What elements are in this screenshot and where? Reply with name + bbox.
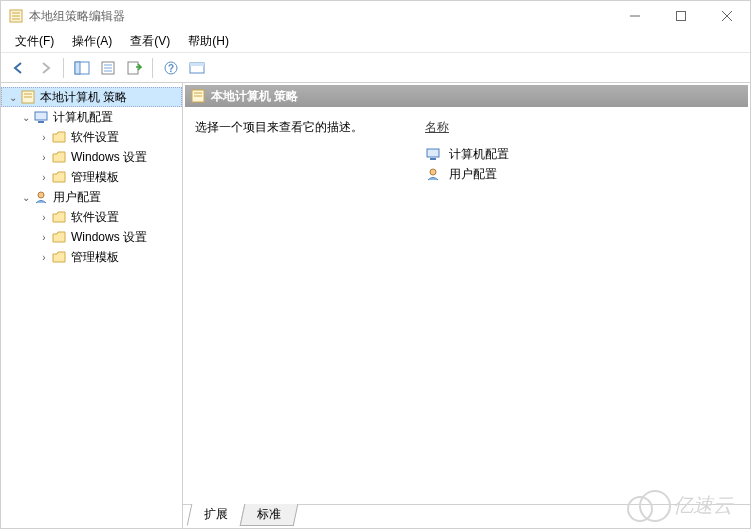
- detail-body: 选择一个项目来查看它的描述。 名称 计算机配置 用户配置: [183, 109, 750, 504]
- tree-computer-config[interactable]: ⌄ 计算机配置: [1, 107, 182, 127]
- chevron-right-icon[interactable]: ›: [37, 150, 51, 164]
- toolbar-separator: [63, 58, 64, 78]
- tree-label: 用户配置: [53, 189, 101, 206]
- tree-user-config[interactable]: ⌄ 用户配置: [1, 187, 182, 207]
- svg-rect-29: [430, 158, 436, 160]
- detail-header: 本地计算机 策略: [185, 85, 748, 107]
- policy-icon: [191, 89, 205, 103]
- maximize-button[interactable]: [658, 1, 704, 31]
- policy-icon: [20, 90, 36, 104]
- tab-standard[interactable]: 标准: [240, 504, 299, 526]
- menu-file[interactable]: 文件(F): [7, 31, 62, 52]
- tab-extended[interactable]: 扩展: [187, 504, 246, 526]
- detail-panel: 本地计算机 策略 选择一个项目来查看它的描述。 名称 计算机配置 用户配: [183, 83, 750, 528]
- chevron-right-icon[interactable]: ›: [37, 170, 51, 184]
- window-controls: [612, 1, 750, 31]
- svg-text:?: ?: [168, 63, 174, 74]
- chevron-down-icon[interactable]: ⌄: [19, 190, 33, 204]
- content-area: ⌄ 本地计算机 策略 ⌄ 计算机配置 › 软件设置 › Windows 设置 ›: [1, 83, 750, 528]
- user-icon: [33, 190, 49, 204]
- computer-icon: [33, 110, 49, 124]
- menu-bar: 文件(F) 操作(A) 查看(V) 帮助(H): [1, 31, 750, 53]
- menu-action[interactable]: 操作(A): [64, 31, 120, 52]
- folder-icon: [51, 230, 67, 244]
- chevron-right-icon[interactable]: ›: [37, 230, 51, 244]
- svg-rect-28: [427, 149, 439, 157]
- tab-strip: 扩展 标准: [183, 504, 750, 528]
- tree-comp-windows[interactable]: › Windows 设置: [1, 147, 182, 167]
- tree-label: 管理模板: [71, 249, 119, 266]
- tree-comp-admin[interactable]: › 管理模板: [1, 167, 182, 187]
- tree-label: 软件设置: [71, 129, 119, 146]
- user-icon: [425, 167, 441, 181]
- menu-help[interactable]: 帮助(H): [180, 31, 237, 52]
- tree-root[interactable]: ⌄ 本地计算机 策略: [1, 87, 182, 107]
- title-bar: 本地组策略编辑器: [1, 1, 750, 31]
- svg-point-24: [38, 192, 44, 198]
- chevron-right-icon[interactable]: ›: [37, 250, 51, 264]
- folder-icon: [51, 210, 67, 224]
- tree-comp-software[interactable]: › 软件设置: [1, 127, 182, 147]
- minimize-button[interactable]: [612, 1, 658, 31]
- folder-icon: [51, 250, 67, 264]
- tree-label: Windows 设置: [71, 229, 147, 246]
- tree-label: 管理模板: [71, 169, 119, 186]
- chevron-down-icon[interactable]: ⌄: [19, 110, 33, 124]
- chevron-down-icon[interactable]: ⌄: [6, 90, 20, 104]
- description-text: 选择一个项目来查看它的描述。: [195, 119, 385, 136]
- close-button[interactable]: [704, 1, 750, 31]
- svg-point-30: [430, 169, 436, 175]
- show-hide-tree-button[interactable]: [70, 56, 94, 80]
- description-column: 选择一个项目来查看它的描述。: [195, 119, 385, 494]
- list-column: 名称 计算机配置 用户配置: [425, 119, 738, 494]
- list-item-user-config[interactable]: 用户配置: [425, 164, 738, 184]
- filter-button[interactable]: [185, 56, 209, 80]
- tree-user-windows[interactable]: › Windows 设置: [1, 227, 182, 247]
- tree-label: 计算机配置: [53, 109, 113, 126]
- tree-user-admin[interactable]: › 管理模板: [1, 247, 182, 267]
- svg-rect-22: [35, 112, 47, 120]
- tree-user-software[interactable]: › 软件设置: [1, 207, 182, 227]
- chevron-right-icon[interactable]: ›: [37, 210, 51, 224]
- tree-label: 本地计算机 策略: [40, 89, 127, 106]
- tree-label: 软件设置: [71, 209, 119, 226]
- toolbar: ?: [1, 53, 750, 83]
- menu-view[interactable]: 查看(V): [122, 31, 178, 52]
- folder-icon: [51, 130, 67, 144]
- tree-panel[interactable]: ⌄ 本地计算机 策略 ⌄ 计算机配置 › 软件设置 › Windows 设置 ›: [1, 83, 183, 528]
- export-button[interactable]: [122, 56, 146, 80]
- chevron-right-icon[interactable]: ›: [37, 130, 51, 144]
- window-title: 本地组策略编辑器: [29, 8, 612, 25]
- computer-icon: [425, 147, 441, 161]
- list-item-label: 计算机配置: [449, 146, 509, 163]
- tree-label: Windows 设置: [71, 149, 147, 166]
- list-item-computer-config[interactable]: 计算机配置: [425, 144, 738, 164]
- svg-rect-18: [190, 63, 204, 66]
- svg-rect-23: [38, 121, 44, 123]
- help-button[interactable]: ?: [159, 56, 183, 80]
- svg-rect-9: [75, 62, 80, 74]
- app-icon: [9, 9, 23, 23]
- list-item-label: 用户配置: [449, 166, 497, 183]
- svg-rect-5: [677, 12, 686, 21]
- forward-button[interactable]: [33, 56, 57, 80]
- properties-button[interactable]: [96, 56, 120, 80]
- name-column-header[interactable]: 名称: [425, 119, 738, 136]
- folder-icon: [51, 170, 67, 184]
- svg-rect-14: [128, 62, 138, 74]
- detail-header-title: 本地计算机 策略: [211, 88, 298, 105]
- toolbar-separator: [152, 58, 153, 78]
- back-button[interactable]: [7, 56, 31, 80]
- folder-icon: [51, 150, 67, 164]
